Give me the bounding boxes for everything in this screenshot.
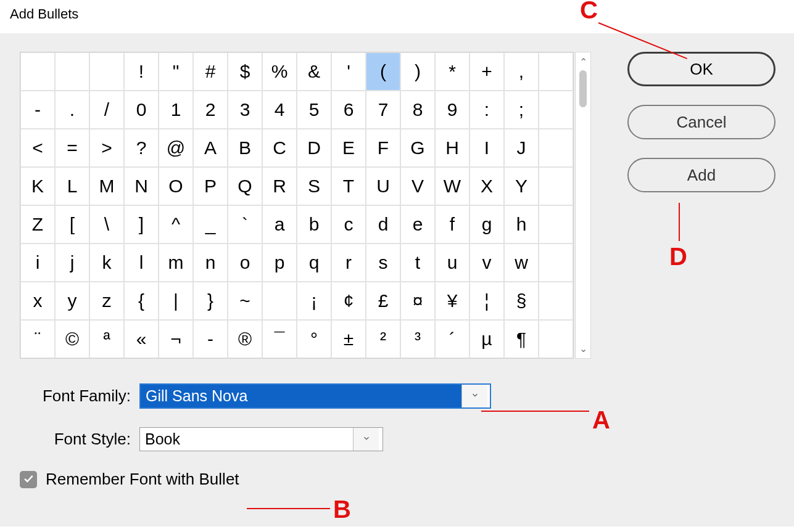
char-cell[interactable]: 0: [124, 91, 159, 129]
char-cell[interactable]: D: [297, 129, 331, 167]
char-cell[interactable]: [55, 52, 89, 91]
char-cell[interactable]: y: [55, 282, 89, 320]
char-cell[interactable]: ¯: [262, 320, 297, 358]
char-cell[interactable]: ^: [159, 205, 193, 243]
grid-scrollbar[interactable]: ⌃ ⌄: [575, 52, 591, 359]
font-family-dropdown-button[interactable]: [461, 385, 487, 407]
char-cell[interactable]: 1: [159, 91, 193, 129]
char-cell[interactable]: S: [297, 167, 331, 205]
font-family-combo[interactable]: [139, 383, 491, 409]
char-cell[interactable]: ©: [55, 320, 89, 358]
char-cell[interactable]: ?: [124, 129, 159, 167]
char-cell[interactable]: µ: [469, 320, 504, 358]
char-cell[interactable]: 2: [193, 91, 228, 129]
char-cell[interactable]: K: [20, 167, 55, 205]
char-cell[interactable]: 8: [400, 91, 435, 129]
char-cell[interactable]: A: [193, 129, 228, 167]
char-cell[interactable]: e: [400, 205, 435, 243]
char-cell[interactable]: Q: [228, 167, 262, 205]
char-cell[interactable]: [262, 282, 297, 320]
cancel-button[interactable]: Cancel: [627, 105, 775, 139]
char-cell[interactable]: [20, 52, 55, 91]
char-cell[interactable]: ): [400, 52, 435, 91]
char-cell[interactable]: n: [193, 243, 228, 282]
char-cell[interactable]: m: [159, 243, 193, 282]
char-cell[interactable]: ²: [366, 320, 400, 358]
font-style-input[interactable]: [140, 428, 353, 451]
char-cell[interactable]: [539, 282, 573, 320]
char-cell[interactable]: F: [366, 129, 400, 167]
char-cell[interactable]: -: [20, 91, 55, 129]
char-cell[interactable]: ´: [435, 320, 469, 358]
char-cell[interactable]: [539, 52, 573, 91]
char-cell[interactable]: q: [297, 243, 331, 282]
char-cell[interactable]: 3: [228, 91, 262, 129]
char-cell[interactable]: N: [124, 167, 159, 205]
char-cell[interactable]: [539, 320, 573, 358]
char-cell[interactable]: ": [159, 52, 193, 91]
char-cell[interactable]: \: [89, 205, 124, 243]
char-cell[interactable]: w: [504, 243, 539, 282]
char-cell[interactable]: 6: [331, 91, 366, 129]
char-cell[interactable]: o: [228, 243, 262, 282]
char-cell[interactable]: I: [469, 129, 504, 167]
char-cell[interactable]: ~: [228, 282, 262, 320]
char-cell[interactable]: ®: [228, 320, 262, 358]
char-cell[interactable]: V: [400, 167, 435, 205]
char-cell[interactable]: L: [55, 167, 89, 205]
char-cell[interactable]: <: [20, 129, 55, 167]
char-cell[interactable]: U: [366, 167, 400, 205]
char-cell[interactable]: 9: [435, 91, 469, 129]
char-cell[interactable]: «: [124, 320, 159, 358]
char-cell[interactable]: -: [193, 320, 228, 358]
char-cell[interactable]: j: [55, 243, 89, 282]
char-cell[interactable]: +: [469, 52, 504, 91]
char-cell[interactable]: }: [193, 282, 228, 320]
char-cell[interactable]: |: [159, 282, 193, 320]
char-cell[interactable]: O: [159, 167, 193, 205]
char-cell[interactable]: r: [331, 243, 366, 282]
char-cell[interactable]: i: [20, 243, 55, 282]
char-cell[interactable]: !: [124, 52, 159, 91]
char-cell[interactable]: ]: [124, 205, 159, 243]
char-cell[interactable]: H: [435, 129, 469, 167]
char-cell[interactable]: t: [400, 243, 435, 282]
char-cell[interactable]: ¥: [435, 282, 469, 320]
font-style-dropdown-button[interactable]: [353, 428, 379, 451]
char-cell[interactable]: :: [469, 91, 504, 129]
char-cell[interactable]: ;: [504, 91, 539, 129]
char-cell[interactable]: ': [331, 52, 366, 91]
char-cell[interactable]: [: [55, 205, 89, 243]
char-cell[interactable]: ,: [504, 52, 539, 91]
char-cell[interactable]: °: [297, 320, 331, 358]
char-cell[interactable]: ¬: [159, 320, 193, 358]
char-cell[interactable]: *: [435, 52, 469, 91]
char-cell[interactable]: k: [89, 243, 124, 282]
char-cell[interactable]: &: [297, 52, 331, 91]
char-cell[interactable]: s: [366, 243, 400, 282]
char-cell[interactable]: [539, 243, 573, 282]
character-grid[interactable]: !"#$%&'()*+,-./0123456789:;<=>?@ABCDEFGH…: [20, 52, 574, 359]
font-style-combo[interactable]: [139, 427, 383, 451]
char-cell[interactable]: c: [331, 205, 366, 243]
char-cell[interactable]: >: [89, 129, 124, 167]
char-cell[interactable]: /: [89, 91, 124, 129]
char-cell[interactable]: [539, 167, 573, 205]
char-cell[interactable]: Y: [504, 167, 539, 205]
char-cell[interactable]: J: [504, 129, 539, 167]
char-cell[interactable]: X: [469, 167, 504, 205]
char-cell[interactable]: [539, 91, 573, 129]
char-cell[interactable]: ª: [89, 320, 124, 358]
char-cell[interactable]: ¦: [469, 282, 504, 320]
char-cell[interactable]: x: [20, 282, 55, 320]
char-cell[interactable]: f: [435, 205, 469, 243]
char-cell[interactable]: C: [262, 129, 297, 167]
ok-button[interactable]: OK: [627, 52, 775, 86]
char-cell[interactable]: v: [469, 243, 504, 282]
char-cell[interactable]: ¤: [400, 282, 435, 320]
char-cell[interactable]: Z: [20, 205, 55, 243]
char-cell[interactable]: u: [435, 243, 469, 282]
char-cell[interactable]: z: [89, 282, 124, 320]
char-cell[interactable]: l: [124, 243, 159, 282]
char-cell[interactable]: M: [89, 167, 124, 205]
